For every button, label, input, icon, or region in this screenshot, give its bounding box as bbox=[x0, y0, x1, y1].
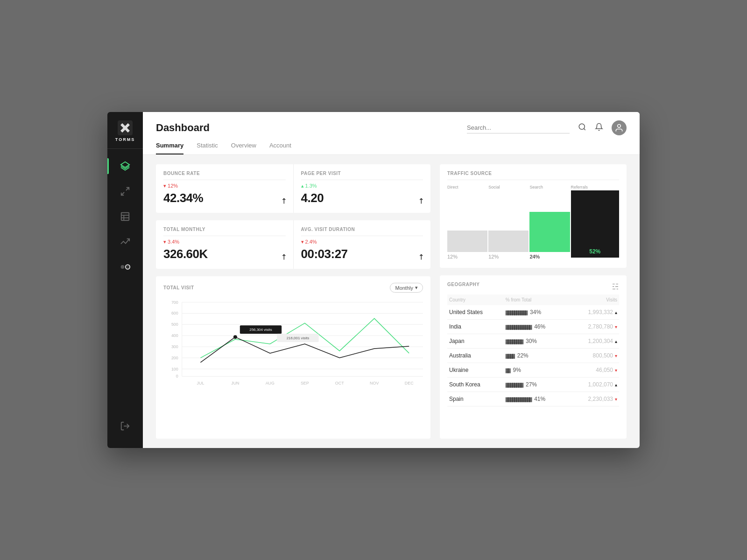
tab-statistic[interactable]: Statistic bbox=[197, 142, 218, 154]
svg-text:200: 200 bbox=[171, 356, 178, 360]
bell-icon[interactable] bbox=[595, 123, 603, 133]
svg-text:JUL: JUL bbox=[197, 381, 204, 385]
metric-total-monthly: TOTAL MONTHLY ▾ 3.4% 326.60K ↗ bbox=[156, 220, 294, 269]
page-per-visit-label: PAGE PER VISIT bbox=[301, 171, 423, 180]
layers-icon bbox=[120, 161, 130, 171]
chart-area: 700 600 500 400 300 200 100 0 JUL JUN AU… bbox=[163, 297, 423, 391]
geo-section: GEOGRAPHY Country % from Total bbox=[440, 275, 627, 439]
avg-visit-change: ▾ 2.4% bbox=[301, 239, 423, 245]
page-per-visit-value: 4.20 bbox=[301, 191, 423, 205]
col-country: Country bbox=[447, 294, 504, 305]
avg-visit-label: AVG. VISIT DURATION bbox=[301, 227, 423, 236]
geo-country: United States bbox=[447, 305, 504, 320]
geo-table-header: Country % from Total Visits bbox=[447, 294, 619, 305]
monthly-button[interactable]: Monthly ▾ bbox=[390, 283, 423, 293]
geo-visits: 46,050 ▾ bbox=[570, 363, 619, 378]
analytics-icon bbox=[120, 237, 130, 247]
header-actions bbox=[467, 120, 627, 135]
svg-text:300: 300 bbox=[171, 344, 178, 349]
avatar[interactable] bbox=[612, 120, 627, 135]
traffic-search-pct: 24% bbox=[529, 254, 540, 259]
sidebar-item-table[interactable] bbox=[107, 204, 143, 229]
bounce-rate-label: BOUNCE RATE bbox=[163, 171, 286, 180]
geo-visits: 800,500 ▾ bbox=[570, 349, 619, 363]
traffic-section: TRAFFIC SOURCE Direct 12% Social bbox=[440, 164, 627, 268]
nav-tabs: Summary Statistic Overview Account bbox=[156, 142, 627, 154]
traffic-search-label: Search bbox=[529, 185, 543, 189]
geo-bar: ▓▓ 9% bbox=[504, 363, 570, 378]
svg-text:600: 600 bbox=[171, 311, 178, 315]
line-chart-svg: 700 600 500 400 300 200 100 0 JUL JUN AU… bbox=[163, 297, 423, 391]
page-per-visit-change: ▴ 1.3% bbox=[301, 183, 423, 189]
table-row: Australia ▓▓▓▓ 22% 800,500 ▾ bbox=[447, 349, 619, 363]
logout-icon bbox=[120, 421, 130, 431]
svg-text:0: 0 bbox=[176, 374, 178, 378]
svg-point-8 bbox=[121, 265, 125, 269]
svg-line-3 bbox=[121, 192, 124, 195]
svg-text:AUG: AUG bbox=[266, 381, 275, 385]
geo-bar: ▓▓▓▓▓▓▓▓▓▓▓▓ 41% bbox=[504, 392, 570, 406]
geo-country: Spain bbox=[447, 392, 504, 406]
traffic-direct-label: Direct bbox=[447, 185, 458, 189]
search-icon[interactable] bbox=[578, 123, 586, 133]
dashboard-body: BOUNCE RATE ▾ 12% 42.34% ↗ PAGE PER VISI… bbox=[143, 155, 640, 448]
col-pct: % from Total bbox=[504, 294, 570, 305]
main-content: Dashboard bbox=[143, 112, 640, 448]
chart-section: TOTAL VISIT Monthly ▾ bbox=[156, 276, 430, 439]
geo-visits: 2,780,780 ▾ bbox=[570, 320, 619, 334]
total-monthly-value: 326.60K bbox=[163, 247, 286, 261]
bounce-rate-value: 42.34% bbox=[163, 191, 286, 205]
svg-line-13 bbox=[584, 128, 585, 130]
sidebar-item-toggle[interactable] bbox=[107, 254, 143, 280]
header-top: Dashboard bbox=[156, 120, 627, 135]
geo-bar: ▓▓▓▓▓▓▓▓ 27% bbox=[504, 378, 570, 392]
metrics-row: BOUNCE RATE ▾ 12% 42.34% ↗ PAGE PER VISI… bbox=[156, 164, 430, 213]
svg-line-2 bbox=[126, 188, 129, 190]
tab-summary[interactable]: Summary bbox=[156, 142, 183, 154]
svg-text:100: 100 bbox=[171, 367, 178, 371]
logo-text: TORMS bbox=[115, 137, 135, 142]
geo-visits: 1,993,332 ▴ bbox=[570, 305, 619, 320]
table-row: Spain ▓▓▓▓▓▓▓▓▓▓▓▓ 41% 2,230,033 ▾ bbox=[447, 392, 619, 406]
header: Dashboard bbox=[143, 112, 640, 155]
geo-visits: 1,002,070 ▴ bbox=[570, 378, 619, 392]
geo-visits: 2,230,033 ▾ bbox=[570, 392, 619, 406]
geo-bar: ▓▓▓▓▓▓▓▓▓▓▓▓ 46% bbox=[504, 320, 570, 334]
sidebar-nav bbox=[107, 149, 143, 413]
metric-avg-visit: AVG. VISIT DURATION ▾ 2.4% 00:03:27 ↗ bbox=[294, 220, 431, 269]
sidebar-item-layers[interactable] bbox=[107, 154, 143, 179]
right-panel: TRAFFIC SOURCE Direct 12% Social bbox=[440, 164, 627, 439]
table-row: India ▓▓▓▓▓▓▓▓▓▓▓▓ 46% 2,780,780 ▾ bbox=[447, 320, 619, 334]
traffic-direct-pct: 12% bbox=[447, 254, 458, 259]
toggle-icon bbox=[120, 262, 130, 272]
logo-icon bbox=[118, 120, 133, 135]
traffic-referrals-pct-inside: 52% bbox=[589, 248, 600, 255]
svg-text:256,304 visits: 256,304 visits bbox=[249, 328, 272, 332]
geo-bar: ▓▓▓▓ 22% bbox=[504, 349, 570, 363]
metrics-row-2: TOTAL MONTHLY ▾ 3.4% 326.60K ↗ AVG. VISI… bbox=[156, 220, 430, 269]
total-monthly-label: TOTAL MONTHLY bbox=[163, 227, 286, 236]
filter-icon[interactable] bbox=[612, 283, 619, 290]
traffic-social-pct: 12% bbox=[488, 254, 499, 259]
expand-icon bbox=[120, 186, 130, 196]
sidebar-item-expand[interactable] bbox=[107, 179, 143, 204]
geo-bar: ▓▓▓▓▓▓▓▓▓▓ 34% bbox=[504, 305, 570, 320]
traffic-social-label: Social bbox=[488, 185, 500, 189]
chart-header: TOTAL VISIT Monthly ▾ bbox=[163, 283, 423, 293]
svg-text:JUN: JUN bbox=[231, 381, 239, 385]
tab-account[interactable]: Account bbox=[269, 142, 291, 154]
svg-point-12 bbox=[579, 124, 585, 129]
app-container: TORMS bbox=[107, 112, 640, 448]
geo-header: GEOGRAPHY bbox=[447, 282, 619, 291]
geo-table-body: United States ▓▓▓▓▓▓▓▓▓▓ 34% 1,993,332 ▴… bbox=[447, 305, 619, 406]
sidebar-item-logout[interactable] bbox=[120, 413, 130, 439]
svg-point-14 bbox=[618, 125, 621, 128]
metric-bounce-rate: BOUNCE RATE ▾ 12% 42.34% ↗ bbox=[156, 164, 294, 213]
tab-overview[interactable]: Overview bbox=[231, 142, 256, 154]
sidebar-item-analytics[interactable] bbox=[107, 229, 143, 254]
geo-country: Australia bbox=[447, 349, 504, 363]
sidebar-bottom bbox=[120, 413, 130, 448]
geo-country: Japan bbox=[447, 334, 504, 349]
svg-text:500: 500 bbox=[171, 322, 178, 327]
search-input[interactable] bbox=[467, 122, 570, 133]
